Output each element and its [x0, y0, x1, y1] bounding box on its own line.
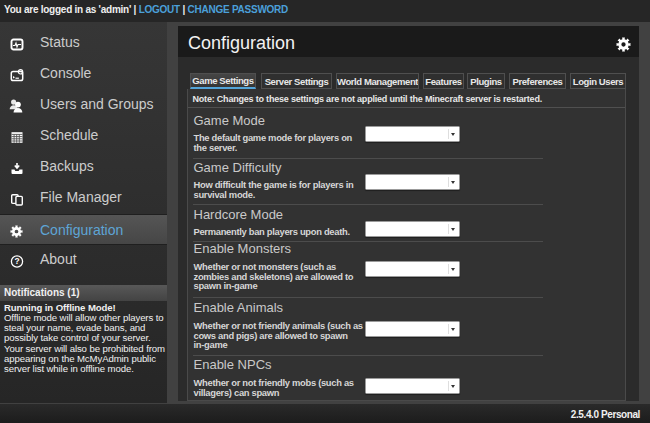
- svg-text:?: ?: [14, 256, 19, 266]
